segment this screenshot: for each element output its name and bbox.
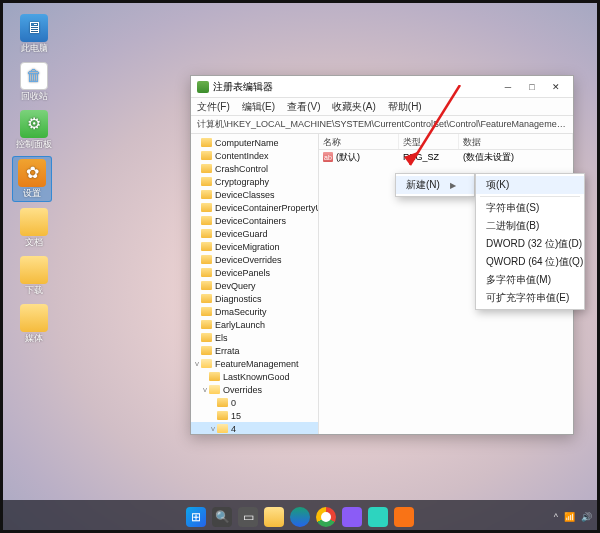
menu-edit[interactable]: 编辑(E) (242, 100, 275, 114)
maximize-button[interactable]: □ (521, 80, 543, 94)
tree-node[interactable]: vOverrides (191, 383, 318, 396)
tree-node-label: DevQuery (215, 281, 256, 291)
recycle-icon: 🗑 (20, 62, 48, 90)
task-view-button[interactable]: ▭ (238, 507, 258, 527)
menu-item-expandstring[interactable]: 可扩充字符串值(E) (476, 289, 584, 307)
menu-item-qword[interactable]: QWORD (64 位)值(Q) (476, 253, 584, 271)
desktop-icon-folder-1[interactable]: 文档 (14, 208, 54, 248)
expand-toggle-icon[interactable]: v (193, 359, 201, 368)
menu-file[interactable]: 文件(F) (197, 100, 230, 114)
taskbar-chrome[interactable] (316, 507, 336, 527)
taskbar-app-1[interactable] (342, 507, 362, 527)
taskbar-app-2[interactable] (368, 507, 388, 527)
tree-node[interactable]: DevicePanels (191, 266, 318, 279)
system-tray[interactable]: ^ 📶 🔊 (554, 512, 592, 522)
menu-favorites[interactable]: 收藏夹(A) (332, 100, 375, 114)
tree-node[interactable]: DeviceOverrides (191, 253, 318, 266)
folder-icon (201, 333, 212, 342)
menu-item-label: 可扩充字符串值(E) (486, 291, 569, 305)
context-submenu-new: 项(K) 字符串值(S) 二进制值(B) DWORD (32 位)值(D) QW… (475, 173, 585, 310)
folder-icon (201, 307, 212, 316)
desktop-icon-folder-2[interactable]: 下载 (14, 256, 54, 296)
value-row[interactable]: ab(默认)REG_SZ(数值未设置) (319, 150, 573, 164)
folder-icon (201, 294, 212, 303)
tree-node[interactable]: ComputerName (191, 136, 318, 149)
menu-item-string[interactable]: 字符串值(S) (476, 199, 584, 217)
desktop-icon-settings[interactable]: ✿ 设置 (12, 156, 52, 202)
folder-icon (217, 424, 228, 433)
taskbar-search[interactable]: 🔍 (212, 507, 232, 527)
tree-node-label: EarlyLaunch (215, 320, 265, 330)
menu-item-multistring[interactable]: 多字符串值(M) (476, 271, 584, 289)
tree-node[interactable]: ContentIndex (191, 149, 318, 162)
menu-item-label: 二进制值(B) (486, 219, 539, 233)
tree-node-label: DeviceGuard (215, 229, 268, 239)
tree-node-label: FeatureManagement (215, 359, 299, 369)
control-icon: ⚙ (20, 110, 48, 138)
tree-pane[interactable]: ComputerNameContentIndexCrashControlCryp… (191, 134, 319, 434)
tree-node[interactable]: DeviceContainerPropertyUpda (191, 201, 318, 214)
folder-icon (201, 242, 212, 251)
tree-node[interactable]: DevQuery (191, 279, 318, 292)
tree-node[interactable]: DeviceGuard (191, 227, 318, 240)
tree-node[interactable]: 0 (191, 396, 318, 409)
menu-help[interactable]: 帮助(H) (388, 100, 422, 114)
tree-node-label: LastKnownGood (223, 372, 290, 382)
tree-node[interactable]: vFeatureManagement (191, 357, 318, 370)
address-bar[interactable]: 计算机\HKEY_LOCAL_MACHINE\SYSTEM\CurrentCon… (191, 116, 573, 134)
col-data[interactable]: 数据 (459, 134, 573, 149)
menu-item-label: DWORD (32 位)值(D) (486, 237, 582, 251)
col-name[interactable]: 名称 (319, 134, 399, 149)
tree-node[interactable]: 15 (191, 409, 318, 422)
tree-node[interactable]: DeviceClasses (191, 188, 318, 201)
menu-item-dword[interactable]: DWORD (32 位)值(D) (476, 235, 584, 253)
tree-node-label: CrashControl (215, 164, 268, 174)
menu-item-label: 字符串值(S) (486, 201, 539, 215)
tree-node[interactable]: Cryptography (191, 175, 318, 188)
menu-view[interactable]: 查看(V) (287, 100, 320, 114)
tray-volume-icon[interactable]: 🔊 (581, 512, 592, 522)
desktop-icon-label: 此电脑 (14, 44, 54, 54)
tree-node[interactable]: CrashControl (191, 162, 318, 175)
folder-icon (201, 190, 212, 199)
menu-item-key[interactable]: 项(K) (476, 176, 584, 194)
minimize-button[interactable]: ─ (497, 80, 519, 94)
tree-node[interactable]: LastKnownGood (191, 370, 318, 383)
expand-toggle-icon[interactable]: v (209, 424, 217, 433)
tree-node[interactable]: v4 (191, 422, 318, 434)
col-type[interactable]: 类型 (399, 134, 459, 149)
titlebar[interactable]: 注册表编辑器 ─ □ ✕ (191, 76, 573, 98)
folder-icon (201, 229, 212, 238)
taskbar-explorer[interactable] (264, 507, 284, 527)
tree-node[interactable]: EarlyLaunch (191, 318, 318, 331)
tray-network-icon[interactable]: 📶 (564, 512, 575, 522)
folder-icon (201, 164, 212, 173)
desktop-icon-label: 回收站 (14, 92, 54, 102)
start-button[interactable]: ⊞ (186, 507, 206, 527)
desktop-icon-recycle-bin[interactable]: 🗑 回收站 (14, 62, 54, 102)
tree-node-label: DeviceOverrides (215, 255, 282, 265)
folder-icon (201, 346, 212, 355)
settings-icon: ✿ (18, 159, 46, 187)
menu-item-label: 新建(N) (406, 178, 440, 192)
tray-chevron-icon[interactable]: ^ (554, 512, 558, 522)
desktop-icon-label: 媒体 (14, 334, 54, 344)
tree-node[interactable]: Els (191, 331, 318, 344)
taskbar-edge[interactable] (290, 507, 310, 527)
tree-node-label: DevicePanels (215, 268, 270, 278)
tree-node[interactable]: Diagnostics (191, 292, 318, 305)
desktop-icon-this-pc[interactable]: 🖥 此电脑 (14, 14, 54, 54)
desktop-icon-control-panel[interactable]: ⚙ 控制面板 (14, 110, 54, 150)
pc-icon: 🖥 (20, 14, 48, 42)
tree-node[interactable]: DeviceContainers (191, 214, 318, 227)
tree-node[interactable]: DeviceMigration (191, 240, 318, 253)
close-button[interactable]: ✕ (545, 80, 567, 94)
menu-item-binary[interactable]: 二进制值(B) (476, 217, 584, 235)
tree-node-label: 4 (231, 424, 236, 434)
tree-node[interactable]: DmaSecurity (191, 305, 318, 318)
desktop-icon-folder-3[interactable]: 媒体 (14, 304, 54, 344)
tree-node[interactable]: Errata (191, 344, 318, 357)
expand-toggle-icon[interactable]: v (201, 385, 209, 394)
menu-item-new[interactable]: 新建(N) ▶ (396, 176, 474, 194)
taskbar-app-3[interactable] (394, 507, 414, 527)
